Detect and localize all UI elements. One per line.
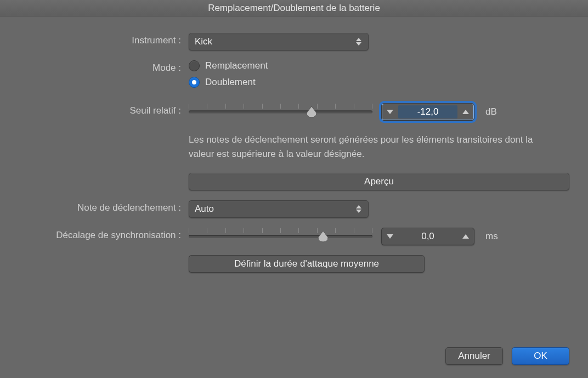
instrument-value: Kick — [195, 36, 212, 47]
slider-ticks — [189, 104, 372, 109]
slider-thumb-icon[interactable] — [317, 230, 329, 242]
offset-value[interactable]: 0,0 — [398, 231, 457, 242]
slider-thumb-icon[interactable] — [306, 105, 318, 117]
chevron-updown-icon — [355, 205, 363, 213]
trigger-note-value: Auto — [195, 204, 214, 215]
ok-button[interactable]: OK — [512, 347, 569, 365]
chevron-updown-icon — [355, 38, 363, 46]
instrument-select[interactable]: Kick — [189, 33, 369, 50]
radio-icon — [189, 60, 200, 71]
stepper-increment-icon[interactable] — [457, 104, 474, 120]
offset-label: Décalage de synchronisation : — [19, 228, 189, 241]
stepper-decrement-icon[interactable] — [382, 228, 398, 245]
window-title: Remplacement/Doublement de la batterie — [0, 0, 588, 16]
stepper-increment-icon[interactable] — [457, 228, 474, 245]
mode-radio-doublement[interactable]: Doublement — [189, 77, 569, 88]
cancel-button[interactable]: Annuler — [445, 347, 503, 365]
threshold-description: Les notes de déclenchement seront généré… — [189, 133, 556, 161]
threshold-value[interactable]: -12,0 — [398, 105, 457, 119]
mode-option-label: Doublement — [205, 77, 256, 88]
radio-icon — [189, 77, 200, 88]
offset-slider[interactable] — [189, 228, 372, 245]
trigger-note-label: Note de déclenchement : — [19, 200, 189, 213]
preview-button[interactable]: Aperçu — [189, 173, 569, 190]
stepper-decrement-icon[interactable] — [382, 104, 398, 120]
threshold-stepper[interactable]: -12,0 — [381, 103, 474, 121]
mode-option-label: Remplacement — [205, 60, 268, 71]
trigger-note-select[interactable]: Auto — [189, 200, 369, 218]
threshold-unit: dB — [485, 106, 497, 117]
instrument-label: Instrument : — [19, 33, 189, 46]
offset-unit: ms — [485, 231, 498, 242]
slider-ticks — [189, 228, 372, 234]
offset-stepper[interactable]: 0,0 — [381, 228, 474, 245]
mode-radio-remplacement[interactable]: Remplacement — [189, 60, 569, 71]
threshold-label: Seuil relatif : — [19, 103, 189, 116]
threshold-slider[interactable] — [189, 104, 372, 120]
mode-label: Mode : — [19, 60, 189, 74]
set-attack-button[interactable]: Définir la durée d'attaque moyenne — [189, 255, 425, 273]
